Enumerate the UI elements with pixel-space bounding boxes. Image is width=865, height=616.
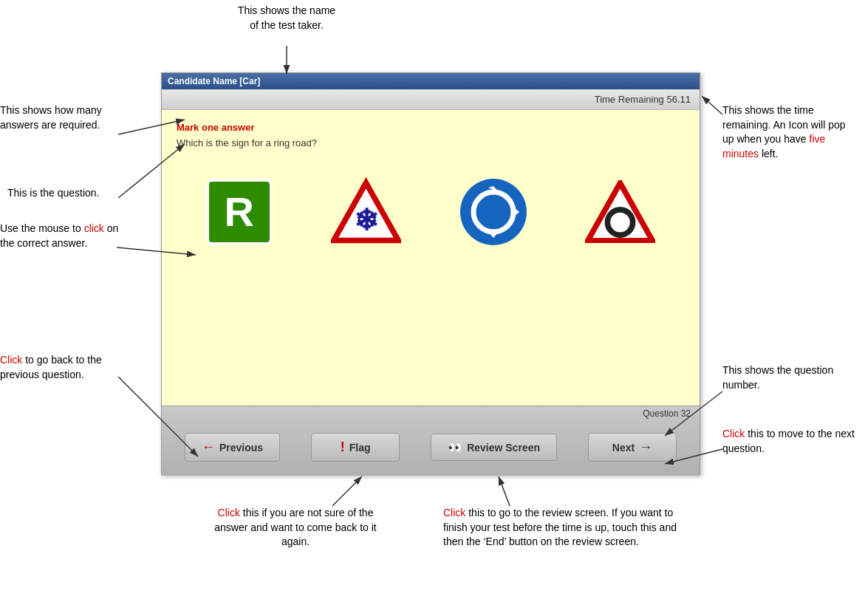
annotation-mouse-text: Use the mouse to click on the correct an… [0,222,118,249]
annotation-review: Click this to go to the review screen. I… [443,506,680,550]
next-label: Next [612,442,635,454]
question-text: Which is the sign for a ring road? [177,137,685,148]
mark-instruction: Mark one answer [177,122,685,133]
annotation-answers-required: This shows how many answers are required… [0,103,122,132]
annotation-answers-text: This shows how many answers are required… [0,104,102,131]
annotation-time-text: This shows the time remaining. An Icon w… [722,104,846,160]
annotation-title: This shows the nameof the test taker. [220,4,353,32]
annotation-click-red-4: Click [218,507,240,519]
timer-bar: Time Remaining 56.11 [162,89,700,110]
annotation-flag: Click this if you are not sure of the an… [211,506,380,550]
previous-button[interactable]: ← Previous [185,433,280,462]
review-icon: 👀 [448,440,462,454]
sign-green-r: R [206,179,273,245]
annotation-question: This is the question. [7,186,122,201]
annotation-flag-text: Click this if you are not sure of the an… [214,507,376,547]
annotation-title-text: This shows the nameof the test taker. [238,4,335,31]
annotation-mouse: Use the mouse to click on the correct an… [0,222,122,250]
annotation-question-num-text: This shows the question number. [722,364,833,391]
previous-label: Previous [219,442,263,454]
question-area: Mark one answer Which is the sign for a … [162,110,700,405]
annotation-click-red-5: Click [443,507,465,519]
answer-option-a[interactable]: R [200,173,278,251]
flag-icon: ! [341,439,345,455]
question-number: Question 32 [643,408,691,419]
bottom-bar: Question 32 ← Previous ! Flag 👀 Review S… [162,405,700,476]
question-number-row: Question 32 [162,406,700,419]
flag-button[interactable]: ! Flag [311,433,400,462]
sign-ring-triangle [585,177,655,247]
annotation-question-num: This shows the question number. [722,363,852,392]
annotation-click-back: Click to go back to the previous questio… [0,353,122,382]
answer-option-c[interactable] [454,173,533,251]
annotation-next: Click this to move to the next question. [722,427,859,456]
annotation-next-text: Click this to move to the next question. [722,428,855,454]
review-label: Review Screen [467,442,540,454]
arrow-left-icon: ← [202,439,215,455]
window-title: Candidate Name [Car] [168,76,260,86]
annotation-question-text: This is the question. [7,187,100,199]
svg-text:❄: ❄ [354,204,379,236]
answers-row: R ❄ [177,171,685,253]
annotation-click-red-2: Click [0,354,22,366]
answer-option-d[interactable] [579,171,661,253]
title-bar: Candidate Name [Car] [162,73,700,89]
annotation-click-back-text: Click to go back to the previous questio… [0,354,102,380]
annotation-five-minutes: five minutes [722,133,825,160]
review-screen-button[interactable]: 👀 Review Screen [431,434,557,461]
flag-label: Flag [349,442,371,454]
test-window: Candidate Name [Car] Time Remaining 56.1… [161,72,700,475]
answer-option-b[interactable]: ❄ [325,171,407,253]
annotation-review-text: Click this to go to the review screen. I… [443,507,677,547]
annotation-click-red: click [84,222,104,234]
annotation-time: This shows the time remaining. An Icon w… [722,103,859,161]
arrow-right-icon: → [639,439,652,455]
svg-line-17 [499,476,510,506]
next-button[interactable]: Next → [588,433,677,462]
timer-label: Time Remaining 56.11 [595,94,691,105]
sign-snowflake-triangle: ❄ [331,177,401,247]
nav-buttons: ← Previous ! Flag 👀 Review Screen Next → [162,419,700,476]
annotation-click-red-3: Click [722,428,745,439]
svg-line-12 [702,96,722,114]
sign-roundabout-circle [460,179,527,245]
svg-line-16 [332,476,362,506]
